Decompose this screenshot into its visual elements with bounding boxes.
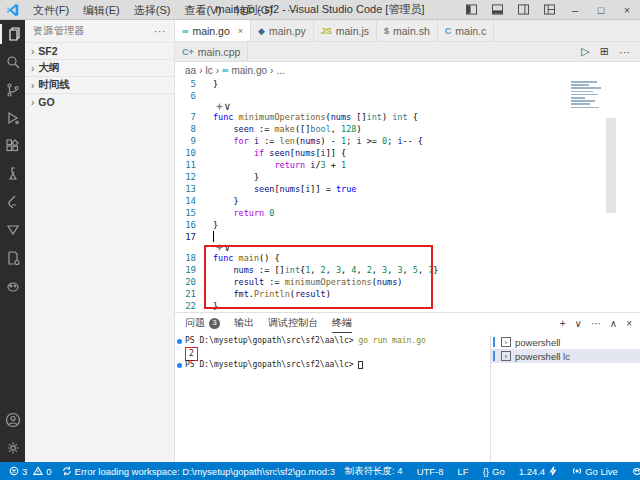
breadcrumb-item[interactable]: ...	[276, 65, 284, 76]
minimize-button[interactable]: –	[562, 0, 588, 19]
line-number: 9	[175, 135, 205, 147]
code-line: 21 fmt.Println(result)	[175, 288, 640, 300]
maximize-button[interactable]: □	[588, 0, 614, 19]
close-button[interactable]: ×	[614, 0, 640, 19]
panel-actions: +∨···∧×	[560, 318, 640, 329]
command-decoration-icon[interactable]	[177, 339, 182, 344]
split-editor-icon[interactable]: ⊞	[600, 45, 609, 58]
code-text: func main() {	[205, 252, 280, 264]
terminal-list-label: powershell	[515, 337, 560, 348]
breadcrumb[interactable]: aa›lc›∞main.go›...	[175, 62, 640, 78]
gopher-extension-icon[interactable]	[0, 272, 25, 300]
menu-item[interactable]: 选择(S)	[127, 0, 178, 20]
tab-main.sh[interactable]: $main.sh	[377, 20, 438, 41]
sidebar-header: 资源管理器 ···	[25, 20, 174, 42]
new-terminal-icon[interactable]: +	[560, 318, 566, 329]
editor-scrollbar[interactable]	[606, 118, 616, 213]
terminal-list-item[interactable]: ›powershell lc	[491, 349, 640, 363]
tab-main.go[interactable]: ∞main.go×	[175, 20, 251, 41]
line-number: 12	[175, 171, 205, 183]
panel-tab-label: 输出	[234, 313, 254, 333]
code-editor[interactable]: 5}6∨7func minimumOperations(nums []int) …	[175, 78, 640, 312]
customize-layout-icon[interactable]	[536, 0, 562, 19]
code-text: seen[nums[i]] = true	[205, 183, 356, 195]
breadcrumb-item[interactable]: main.go	[231, 65, 267, 76]
leetcode-icon[interactable]	[0, 188, 25, 216]
panel-tab-输出[interactable]: 输出	[234, 313, 254, 333]
panel-tab-问题[interactable]: 问题3	[185, 313, 220, 333]
code-text: if seen[nums[i]] {	[205, 147, 346, 159]
terminal-dropdown-icon[interactable]: ∨	[575, 318, 582, 329]
code-line: 9 for i := len(nums) - 1; i >= 0; i-- {	[175, 135, 640, 147]
gopher-status-icon[interactable]	[629, 466, 640, 476]
source-control-icon[interactable]	[0, 76, 25, 104]
code-line: 17	[175, 231, 640, 243]
code-line: 14 }	[175, 195, 640, 207]
code-text: nums := []int{1, 2, 3, 4, 2, 3, 3, 5, 7}	[205, 264, 438, 276]
account-icon[interactable]	[0, 406, 25, 434]
encoding-status[interactable]: UTF-8	[414, 466, 447, 477]
go-file-icon: ∞	[222, 65, 228, 75]
terminal-list-item[interactable]: ›powershell	[491, 335, 640, 349]
testing-icon[interactable]	[0, 160, 25, 188]
run-button[interactable]: ▷	[581, 45, 589, 58]
maximize-panel-icon[interactable]: ∧	[610, 318, 617, 329]
menu-item[interactable]: 编辑(E)	[76, 0, 127, 20]
run-debug-icon[interactable]	[0, 104, 25, 132]
settings-gear-icon[interactable]	[0, 434, 25, 462]
workspace-error-status[interactable]: Error loading workspace: D:\mysetup\gopa…	[59, 466, 338, 477]
sidebar-section-大纲[interactable]: ›大纲	[25, 59, 174, 76]
code-text: return i/3 + 1	[205, 159, 346, 171]
sidebar-section-label: GO	[38, 96, 54, 108]
tab-main.js[interactable]: JSmain.js	[314, 20, 377, 41]
extension-v-icon[interactable]	[0, 216, 25, 244]
toggle-secondary-sidebar-icon[interactable]	[510, 0, 536, 19]
explorer-icon[interactable]	[0, 20, 25, 48]
close-panel-icon[interactable]: ×	[626, 318, 632, 329]
sidebar-section-go[interactable]: ›GO	[25, 93, 174, 110]
sidebar-more-actions-icon[interactable]: ···	[154, 25, 166, 37]
toggle-sidebar-icon[interactable]	[458, 0, 484, 19]
tab-close-icon[interactable]: ×	[238, 26, 243, 36]
explorer-sidebar: 资源管理器 ··· ›SF2›大纲›时间线›GO	[25, 20, 175, 462]
code-line: 7func minimumOperations(nums []int) int …	[175, 111, 640, 123]
sidebar-section-sf2[interactable]: ›SF2	[25, 42, 174, 59]
line-number: 18	[175, 252, 205, 264]
tab-size-status[interactable]: 制表符长度: 4	[342, 465, 406, 478]
terminal-output[interactable]: PS D:\mysetup\gopath\src\sf2\aa\lc> go r…	[175, 335, 490, 462]
search-icon[interactable]	[0, 48, 25, 76]
toggle-panel-icon[interactable]	[484, 0, 510, 19]
eol-status[interactable]: LF	[455, 466, 472, 477]
minimap[interactable]	[571, 81, 604, 110]
panel-tab-调试控制台[interactable]: 调试控制台	[268, 313, 318, 333]
more-actions-icon[interactable]: ···	[619, 46, 630, 58]
menu-item[interactable]: 文件(F)	[26, 0, 76, 20]
line-number: 5	[175, 78, 205, 90]
remote-explorer-icon[interactable]	[0, 244, 25, 272]
sidebar-section-label: 时间线	[38, 78, 70, 92]
sparkle-icon[interactable]	[215, 102, 224, 111]
code-line: 13 seen[nums[i]] = true	[175, 183, 640, 195]
breadcrumb-item[interactable]: aa	[185, 65, 196, 76]
tab-main.cpp[interactable]: C+main.cpp	[175, 42, 248, 61]
editor-actions: ▷⊞···	[581, 45, 640, 58]
language-status[interactable]: {}Go	[480, 466, 508, 477]
breadcrumb-item[interactable]: lc	[205, 65, 212, 76]
broadcast-icon	[572, 466, 582, 476]
problems-status[interactable]: 3 0	[6, 466, 55, 477]
breadcrumb-separator-icon: ›	[199, 65, 202, 76]
go-live-button[interactable]: Go Live	[569, 466, 621, 477]
tab-label: main.cpp	[198, 46, 241, 58]
bottom-panel: 问题3输出调试控制台终端+∨···∧× PS D:\mysetup\gopath…	[175, 312, 640, 462]
tab-main.py[interactable]: ◆main.py	[251, 20, 314, 41]
command-decoration-icon[interactable]	[177, 363, 182, 368]
panel-more-icon[interactable]: ···	[591, 318, 601, 329]
sidebar-section-时间线[interactable]: ›时间线	[25, 76, 174, 93]
sparkle-icon[interactable]	[215, 243, 224, 252]
panel-tab-终端[interactable]: 终端	[332, 313, 352, 333]
code-text: fmt.Println(result)	[205, 288, 331, 300]
go-version-status[interactable]: 1.24.4	[516, 466, 561, 477]
sidebar-title: 资源管理器	[33, 24, 85, 38]
extensions-icon[interactable]	[0, 132, 25, 160]
tab-main.c[interactable]: Cmain.c	[438, 20, 494, 41]
